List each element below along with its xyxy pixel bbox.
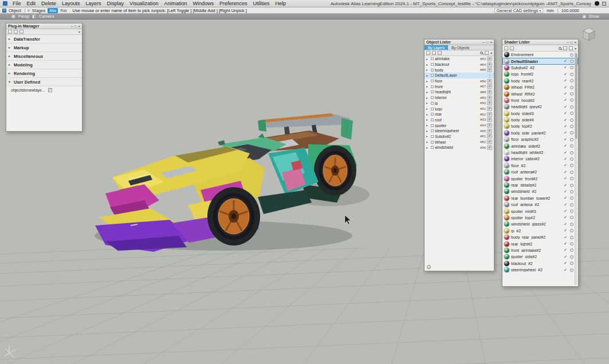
menu-item[interactable]: Utilities — [250, 1, 273, 6]
expand-arrow-icon[interactable]: ▸ — [426, 80, 430, 83]
shader-row[interactable]: headlight_white#2 ✓ — [502, 149, 578, 156]
object-lister-tab[interactable]: By Objects — [448, 45, 473, 50]
shader-swatch[interactable] — [504, 98, 509, 103]
shader-swatch[interactable] — [504, 117, 509, 122]
menu-item[interactable]: Animation — [161, 1, 190, 6]
shader-row[interactable]: logo_front#2 ✓ — [502, 71, 578, 77]
layer-row[interactable]: ▸ spoiler #94 P — [425, 122, 494, 128]
layer-pick-toggle[interactable]: P — [487, 129, 492, 133]
expand-arrow-icon[interactable]: ▸ — [426, 107, 430, 110]
shader-swatch[interactable] — [504, 111, 509, 116]
shader-visibility-toggle[interactable] — [570, 177, 573, 180]
shader-swatch[interactable] — [504, 248, 509, 253]
shader-visibility-toggle[interactable] — [570, 196, 573, 200]
expand-arrow-icon[interactable]: ▸ — [426, 90, 430, 94]
new-layer-icon[interactable] — [426, 51, 430, 55]
menu-item[interactable]: Delete — [38, 1, 59, 6]
layer-pick-toggle[interactable]: P — [487, 145, 492, 150]
layer-row[interactable]: ▸ Wheel #82 P — [425, 139, 494, 145]
layer-pick-toggle[interactable]: P — [487, 84, 492, 89]
layer-row[interactable]: ▸ Subdiv#2 #81 P — [425, 134, 494, 140]
layer-row[interactable]: ▸ front #87 P — [425, 84, 494, 89]
object-lister-tab[interactable]: By Layers — [425, 45, 448, 50]
layer-pick-toggle[interactable]: P — [487, 106, 492, 111]
menu-item[interactable]: Layouts — [59, 1, 83, 6]
shader-visibility-toggle[interactable] — [570, 105, 573, 109]
shader-row[interactable]: body_side#3 ✓ — [502, 110, 578, 117]
view-name-label[interactable]: Persp — [18, 14, 30, 19]
shader-visibility-toggle[interactable] — [570, 157, 573, 161]
layer-pick-toggle[interactable]: P — [487, 79, 492, 84]
folder-icon[interactable] — [432, 51, 436, 55]
shader-swatch[interactable] — [504, 124, 509, 129]
shader-row[interactable]: spoiler_side#2 ✓ — [502, 254, 578, 260]
layer-row[interactable]: ▸ interior #89 P — [425, 95, 494, 101]
shader-swatch[interactable] — [504, 235, 509, 240]
layout-grid-icon[interactable]: ▦ — [11, 14, 15, 19]
layer-pick-toggle[interactable]: P — [487, 112, 492, 117]
shader-visibility-toggle[interactable] — [570, 131, 573, 134]
shader-swatch[interactable] — [504, 65, 509, 70]
shader-swatch[interactable] — [504, 72, 509, 77]
lock-icon[interactable] — [438, 51, 442, 55]
shader-row[interactable]: ip_#2 ✓ — [502, 228, 578, 234]
panel-float-icon[interactable]: □ — [74, 24, 77, 29]
shader-swatch[interactable] — [504, 92, 509, 97]
refresh-icon[interactable] — [14, 30, 18, 34]
shader-visibility-toggle[interactable] — [570, 248, 573, 252]
shader-visibility-toggle[interactable] — [570, 236, 573, 239]
menu-item[interactable]: Layers — [83, 1, 104, 6]
shader-visibility-toggle[interactable] — [570, 138, 573, 141]
layer-row[interactable]: ▸ floor #86 P — [425, 78, 494, 84]
search-icon[interactable] — [559, 47, 561, 50]
menu-item[interactable]: Display — [104, 1, 127, 6]
cad-settings-select[interactable]: General CAD settings ▾ — [494, 8, 544, 13]
shader-swatch[interactable] — [504, 215, 509, 220]
new-shader-icon[interactable] — [504, 46, 508, 50]
shader-row[interactable]: blackout_#2 ✓ — [502, 260, 578, 267]
plugin-section-header[interactable]: ▸ Modeling — [6, 61, 82, 69]
shader-swatch[interactable] — [504, 254, 509, 259]
expand-arrow-icon[interactable]: ▸ — [426, 124, 430, 127]
panel-close-icon[interactable]: × — [78, 24, 80, 29]
shader-swatch[interactable] — [504, 189, 509, 194]
shader-row[interactable]: floor_#2 ✓ — [502, 163, 578, 169]
shader-visibility-toggle[interactable] — [570, 164, 573, 167]
shader-row[interactable]: spoiler_mid#3 ✓ — [502, 208, 578, 214]
shader-row[interactable]: windshield_#2 ✓ — [502, 188, 578, 195]
expand-arrow-icon[interactable]: ▸ — [426, 129, 430, 133]
drag-grip-icon[interactable]: ⋮⋮ — [3, 14, 9, 18]
expand-arrow-icon[interactable]: ▸ — [426, 101, 430, 105]
layer-pick-toggle[interactable]: P — [487, 96, 492, 100]
menu-item[interactable]: Windows — [190, 1, 217, 6]
layer-pick-toggle[interactable]: P — [487, 101, 492, 105]
shader-row[interactable]: body_top#2 ✓ — [502, 123, 578, 129]
plugin-section-header[interactable]: ▸ Markup — [6, 43, 82, 52]
layer-row[interactable]: ▸ rear #92 P — [425, 112, 494, 117]
plugin-section-header[interactable]: ▸ Miscellaneous — [6, 52, 82, 61]
shader-visibility-toggle[interactable] — [570, 255, 573, 259]
scrollbar-track[interactable] — [575, 52, 577, 285]
shader-visibility-toggle[interactable] — [570, 242, 573, 246]
grid-view-icon[interactable] — [569, 46, 573, 50]
shader-row[interactable]: rear_details#2 ✓ — [502, 182, 578, 188]
show-menu[interactable]: Show — [588, 14, 599, 19]
panel-minimize-icon[interactable]: – — [71, 24, 73, 29]
shader-row[interactable]: windshield_glass#2 ✓ — [502, 221, 578, 227]
account-icon[interactable] — [595, 1, 599, 6]
camera-label[interactable]: Camera — [39, 14, 54, 19]
layer-pick-toggle[interactable]: P — [487, 117, 492, 122]
shader-swatch[interactable] — [504, 144, 509, 149]
layer-row[interactable]: ▸ logo #91 P — [425, 106, 494, 112]
shader-visibility-toggle[interactable] — [570, 73, 573, 76]
shader-row[interactable]: body_side#4 ✓ — [502, 117, 578, 123]
shader-visibility-toggle[interactable] — [570, 151, 573, 155]
expand-arrow-icon[interactable]: ▸ — [426, 113, 430, 116]
shader-swatch[interactable] — [504, 228, 509, 234]
shader-row[interactable]: Wheel_RR#2 ✓ — [502, 90, 578, 97]
shader-row[interactable]: rear_light#2 ✓ — [502, 240, 578, 247]
shader-visibility-toggle[interactable] — [570, 86, 573, 89]
shader-swatch[interactable] — [504, 78, 509, 84]
delete-shader-icon[interactable] — [510, 46, 514, 50]
layer-row[interactable]: ▸ DefaultLayer ⋮ — [425, 73, 494, 78]
